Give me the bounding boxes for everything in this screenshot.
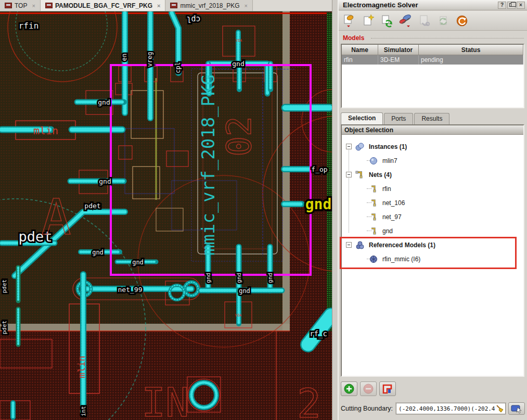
tab-close-icon[interactable]: × [157,3,160,9]
tree-item-gnd[interactable]: gnd [342,224,523,238]
referenced-models-icon [355,241,365,249]
edit-model-button[interactable] [342,14,357,28]
canvas-label: gnd [205,273,212,283]
float-button[interactable] [507,2,516,9]
tree-label: gnd [382,227,393,235]
model-simulator-cell: 3D-EM [378,55,419,65]
table-row-rfin[interactable]: rfin 3D-EM pending [342,55,523,65]
cutting-boundary-value: (-202.4000,1336.7000)(-202.4 [399,405,496,412]
design-doc-icon [170,3,177,8]
tree-item-mlin7[interactable]: mlin7 [342,154,523,168]
check-model-button[interactable] [417,14,432,28]
canvas-label: mlin [33,124,58,137]
models-section-rule [371,38,524,39]
tree-group-nets[interactable]: Nets (4) [342,168,523,182]
tab-ports[interactable]: Ports [384,113,413,124]
revert-button[interactable] [454,14,470,28]
canvas-label: mmic_vrf_2018_PKG [198,74,219,256]
canvas-label: gnd [236,273,242,283]
tab-mmic-vrf-2018-pkg[interactable]: mmic_vrf_2018_PKG × [165,0,252,11]
check-model-icon [417,14,432,28]
electromagnetic-solver-panel: Electromagnetic Solver ? × [338,0,527,420]
close-button[interactable]: × [517,2,525,9]
canvas-label: 02 [220,116,259,156]
design-doc-icon [5,3,12,8]
models-table: Name Simulator Status rfin 3D-EM pending [341,44,524,108]
remove-icon [362,383,375,395]
clear-broom-icon[interactable] [496,404,504,413]
package-edge-horizontal [0,324,290,331]
canvas-label: rf_c [310,329,327,338]
canvas-label: pdet [1,321,8,335]
panel-splitter[interactable] [332,0,338,420]
update-model-button[interactable] [379,14,395,28]
panel-titlebar: Electromagnetic Solver ? × [339,0,527,10]
canvas-label: IN [142,379,189,420]
tab-close-icon[interactable]: × [245,3,248,9]
panel-tabs: Selection Ports Results [341,112,449,124]
object-selection-tree: Instances (1) mlin7 Nets (4) [342,135,523,266]
tab-selection[interactable]: Selection [341,112,383,124]
models-table-header: Name Simulator Status [342,45,523,55]
tab-close-icon[interactable]: × [32,3,35,9]
tree-label: mlin7 [382,157,397,164]
revert-icon [455,14,469,28]
canvas-label: rfin [19,21,39,31]
column-header-name[interactable]: Name [342,45,378,55]
tree-item-rfin[interactable]: rfin [342,182,523,196]
canvas-label: gnd [99,177,111,185]
canvas-label: cpl [186,15,200,24]
tree-item-rfin-mmic[interactable]: rfin_mmic (I6) [342,252,523,266]
column-header-status[interactable]: Status [419,45,523,55]
tree-group-referenced-models[interactable]: Referenced Models (1) [342,238,523,252]
tab-results[interactable]: Results [414,113,449,124]
solver-toolbar [339,11,527,31]
help-button[interactable]: ? [498,2,506,9]
canvas-label: gnd [92,249,104,256]
instance-icon [369,157,378,165]
new-model-button[interactable] [361,14,376,28]
tree-label: rfin [382,185,391,193]
sync-models-icon [436,14,451,28]
pcb-layout-svg: rfincplenvregcplgndgndmlingndpdetpdetgnd… [0,11,332,420]
tree-label: Instances (1) [369,143,407,150]
canvas-label: gnd [305,196,332,213]
collapse-icon[interactable] [346,172,352,177]
canvas-label: pdet [1,279,8,294]
pick-area-icon [510,403,523,414]
canvas-label: mlin [76,355,87,378]
sync-models-button[interactable] [435,14,451,28]
net-icon [369,227,378,235]
net-icon [369,213,378,221]
pcb-layout-canvas[interactable]: rfincplenvregcplgndgndmlingndpdetpdetgnd… [0,11,332,420]
column-header-simulator[interactable]: Simulator [378,45,419,55]
tree-item-net-97[interactable]: net_97 [342,210,523,224]
canvas-label: 2 [297,380,321,420]
boundary-button-row [341,381,396,396]
model-icon [369,255,378,263]
tree-group-instances[interactable]: Instances (1) [342,139,523,154]
cutting-boundary-shape-button[interactable] [379,381,396,396]
tree-label: net_106 [382,199,405,207]
object-selection-box: Object Selection Instances (1) mlin7 [341,124,524,377]
cutting-boundary-row: Cutting Boundary: (-202.4000,1336.7000)(… [341,402,525,415]
model-wizard-button[interactable] [398,14,414,28]
tree-item-net-106[interactable]: net_106 [342,196,523,210]
layout-work-area: TOP × PAMODULE_BGA_FC_VRF_PKG × mmic_vrf… [0,0,332,420]
pick-boundary-button[interactable] [508,402,525,415]
tab-label: TOP [15,2,27,9]
app-window: { "window": { "close_glyph": "×", "help_… [0,0,527,420]
float-icon [509,3,513,7]
cutting-boundary-field[interactable]: (-202.4000,1336.7000)(-202.4 [396,403,506,414]
model-wizard-icon [398,14,414,28]
remove-boundary-button[interactable] [360,381,377,396]
tab-pamodule-bga-fc-vrf-pkg[interactable]: PAMODULE_BGA_FC_VRF_PKG × [41,0,166,11]
add-boundary-button[interactable] [341,381,357,396]
tab-top[interactable]: TOP × [0,0,41,11]
canvas-label: cpl [174,62,182,73]
tree-label: net_97 [382,213,402,221]
collapse-icon[interactable] [346,144,352,149]
collapse-icon[interactable] [346,242,352,248]
canvas-label: f_op [311,166,327,173]
canvas-label: gnd [239,287,250,295]
